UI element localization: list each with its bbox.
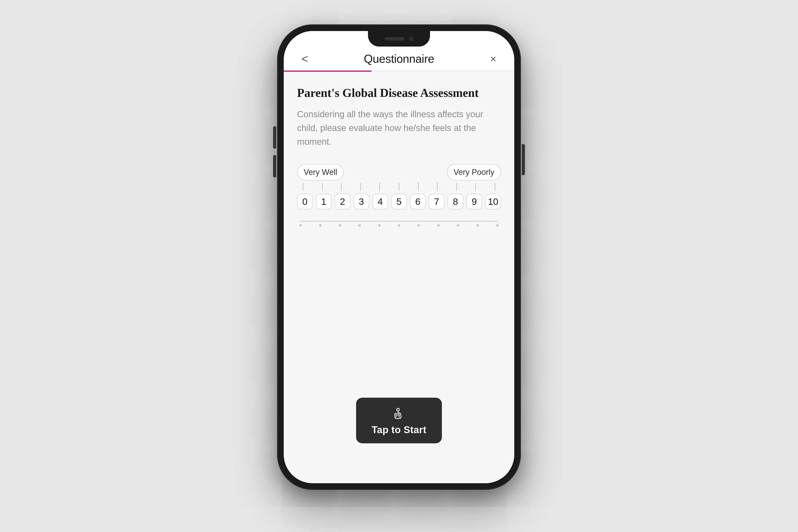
- dot-8: [457, 224, 459, 227]
- scale-labels: Very Well Very Poorly: [297, 164, 501, 180]
- question-title: Parent's Global Disease Assessment: [297, 85, 501, 101]
- screen-content: < Questionnaire × Parent's Global Diseas…: [284, 31, 514, 483]
- dot-6: [417, 224, 420, 227]
- phone-device: < Questionnaire × Parent's Global Diseas…: [277, 24, 521, 490]
- page-title: Questionnaire: [364, 52, 434, 65]
- tap-to-start-button[interactable]: Tap to Start: [356, 398, 442, 443]
- tap-to-start-label: Tap to Start: [372, 424, 426, 435]
- dot-7: [437, 224, 440, 227]
- close-icon: ×: [490, 53, 496, 65]
- number-btn-8[interactable]: 8: [448, 194, 463, 209]
- tick-10: [495, 183, 495, 191]
- tap-to-start-container: Tap to Start: [356, 398, 442, 443]
- dot-10: [496, 224, 499, 227]
- number-btn-6[interactable]: 6: [410, 194, 425, 209]
- scale-label-right: Very Poorly: [447, 164, 501, 180]
- svg-point-0: [397, 408, 399, 411]
- dot-5: [398, 224, 400, 227]
- number-btn-0[interactable]: 0: [297, 194, 313, 209]
- notch: [368, 31, 430, 46]
- number-btn-2[interactable]: 2: [335, 194, 350, 209]
- tick-9: [475, 183, 476, 191]
- number-btn-3[interactable]: 3: [354, 194, 369, 209]
- back-button[interactable]: <: [297, 51, 312, 66]
- slider-dots: [297, 224, 501, 227]
- camera: [409, 37, 413, 41]
- scale-ticks: [297, 183, 501, 191]
- number-row: 012345678910: [297, 194, 501, 209]
- tick-8: [456, 183, 457, 191]
- number-btn-5[interactable]: 5: [391, 194, 407, 209]
- speaker: [385, 37, 404, 41]
- number-btn-9[interactable]: 9: [467, 194, 482, 209]
- tick-7: [437, 183, 438, 191]
- phone-screen: < Questionnaire × Parent's Global Diseas…: [284, 31, 514, 483]
- volume-up-button: [273, 126, 276, 149]
- tick-3: [360, 183, 361, 191]
- tick-4: [380, 183, 380, 191]
- volume-down-button: [273, 155, 276, 177]
- dot-4: [378, 224, 381, 227]
- number-btn-10[interactable]: 10: [485, 194, 501, 209]
- tick-0: [303, 183, 303, 191]
- number-btn-4[interactable]: 4: [373, 194, 388, 209]
- tap-icon: [391, 406, 407, 421]
- tick-1: [322, 183, 323, 191]
- scale-label-left: Very Well: [297, 164, 344, 180]
- dot-3: [358, 224, 361, 227]
- number-btn-7[interactable]: 7: [429, 194, 444, 209]
- tick-5: [399, 183, 399, 191]
- question-body: Considering all the ways the illness aff…: [297, 107, 501, 149]
- close-button[interactable]: ×: [486, 51, 501, 66]
- dot-1: [319, 224, 322, 227]
- slider-section: [297, 221, 501, 233]
- back-icon: <: [302, 52, 308, 65]
- dot-0: [299, 224, 302, 227]
- tick-2: [341, 183, 342, 191]
- dot-9: [476, 224, 479, 227]
- dot-2: [339, 224, 341, 227]
- tick-6: [418, 183, 418, 191]
- number-btn-1[interactable]: 1: [316, 194, 331, 209]
- slider-track[interactable]: [299, 221, 499, 222]
- bottom-safe-area: [284, 470, 514, 483]
- power-button: [522, 144, 525, 175]
